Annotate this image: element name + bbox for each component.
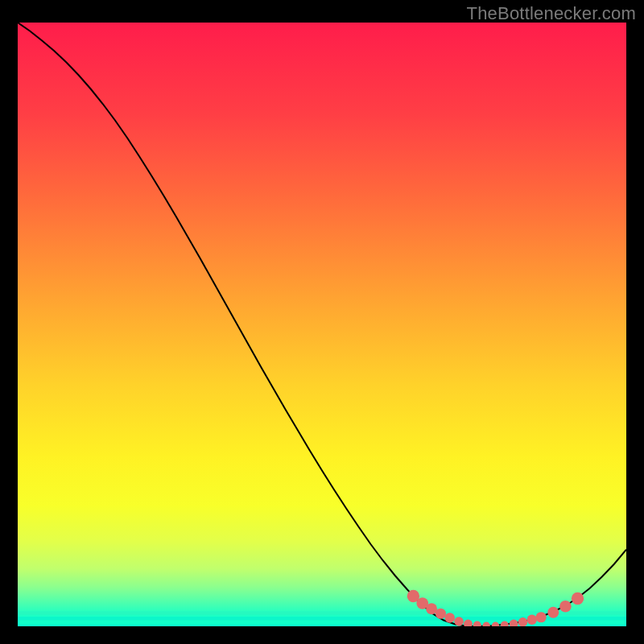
data-marker (426, 603, 437, 614)
data-marker (559, 601, 572, 613)
data-marker (501, 621, 509, 626)
data-markers (407, 590, 584, 626)
curve-line (18, 23, 626, 626)
chart-container: TheBottlenecker.com (0, 0, 644, 644)
data-marker (518, 617, 528, 626)
data-marker (492, 622, 499, 626)
data-marker (572, 592, 584, 605)
data-marker (445, 613, 455, 622)
data-marker (454, 617, 464, 626)
chart-curve-layer (18, 23, 626, 626)
data-marker (482, 622, 489, 626)
data-marker (527, 615, 537, 625)
plot-area (18, 23, 626, 626)
data-marker (547, 607, 559, 618)
data-marker (464, 620, 473, 626)
data-marker (536, 612, 547, 622)
attribution-label: TheBottlenecker.com (467, 3, 636, 24)
data-marker (473, 621, 481, 626)
data-marker (436, 609, 446, 619)
data-marker (510, 620, 518, 626)
